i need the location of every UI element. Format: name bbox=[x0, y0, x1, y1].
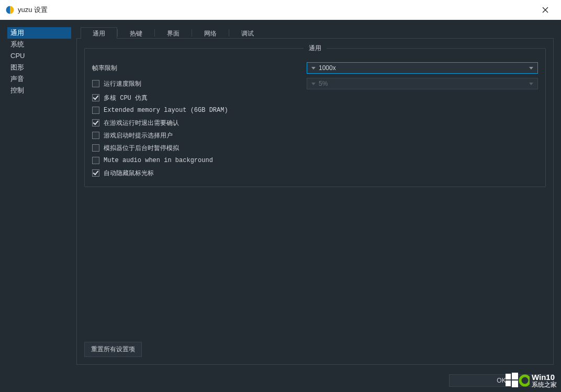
tab-general[interactable]: 通用 bbox=[81, 27, 117, 39]
label-fps-limit: 帧率限制 bbox=[92, 64, 307, 73]
dropdown-value: 1000x bbox=[319, 64, 533, 72]
chevron-down-icon bbox=[529, 67, 533, 70]
sidebar-item-label: CPU bbox=[10, 52, 25, 60]
svg-point-6 bbox=[520, 376, 530, 385]
group-general: 通用 帧率限制 1000x 运行速度限制 bbox=[84, 48, 546, 187]
tab-network[interactable]: 网络 bbox=[192, 27, 229, 39]
watermark-brand-top: Win10 bbox=[532, 373, 557, 382]
row-prompt-user: 游戏启动时提示选择用户 bbox=[92, 129, 538, 142]
close-icon bbox=[542, 7, 548, 13]
sidebar-item-general[interactable]: 通用 bbox=[7, 27, 71, 39]
row-speed-limit: 运行速度限制 5% bbox=[92, 76, 538, 91]
checkbox-label: 游戏启动时提示选择用户 bbox=[104, 131, 173, 140]
row-multicore: 多核 CPU 仿真 bbox=[92, 91, 538, 104]
checkbox-pause-background[interactable] bbox=[92, 144, 99, 152]
row-extended-memory: Extended memory layout (6GB DRAM) bbox=[92, 104, 538, 117]
titlebar: yuzu 设置 bbox=[0, 0, 561, 20]
checkbox-label: 自动隐藏鼠标光标 bbox=[104, 169, 154, 178]
watermark-brand-bottom: 系统之家 bbox=[532, 382, 557, 388]
footer: OK bbox=[0, 369, 561, 392]
chevron-down-icon bbox=[311, 67, 316, 70]
watermark-text: Win10 系统之家 bbox=[532, 373, 557, 388]
dropdown-value: 5% bbox=[319, 80, 533, 87]
chevron-down-icon bbox=[311, 83, 316, 85]
checkbox-speed-limit[interactable] bbox=[92, 80, 99, 87]
checkbox-label: Mute audio when in background bbox=[104, 157, 213, 164]
checkbox-multicore[interactable] bbox=[92, 94, 99, 101]
chevron-down-icon bbox=[529, 83, 533, 85]
checkbox-prompt-user[interactable] bbox=[92, 132, 99, 139]
tab-label: 通用 bbox=[93, 30, 105, 37]
row-pause-background: 模拟器位于后台时暂停模拟 bbox=[92, 142, 538, 154]
row-mute-background: Mute audio when in background bbox=[92, 154, 538, 167]
sidebar: 通用 系统 CPU 图形 声音 控制 bbox=[7, 27, 71, 365]
sidebar-item-system[interactable]: 系统 bbox=[7, 39, 71, 50]
svg-rect-5 bbox=[512, 381, 518, 387]
checkbox-hide-cursor[interactable] bbox=[92, 169, 99, 177]
sidebar-item-cpu[interactable]: CPU bbox=[7, 50, 71, 62]
sidebar-item-label: 通用 bbox=[10, 29, 24, 37]
tab-panel: 通用 帧率限制 1000x 运行速度限制 bbox=[76, 38, 554, 365]
sidebar-item-label: 系统 bbox=[10, 40, 24, 48]
checkbox-mute-background[interactable] bbox=[92, 157, 99, 164]
svg-rect-3 bbox=[512, 373, 518, 379]
svg-rect-4 bbox=[506, 381, 511, 386]
sidebar-item-controls[interactable]: 控制 bbox=[7, 85, 71, 96]
group-legend: 通用 bbox=[304, 44, 327, 53]
tab-debug[interactable]: 调试 bbox=[229, 27, 266, 39]
titlebar-left: yuzu 设置 bbox=[5, 5, 48, 15]
tab-label: 界面 bbox=[167, 30, 179, 37]
checkbox-label: 多核 CPU 仿真 bbox=[104, 94, 148, 102]
upper-layout: 通用 系统 CPU 图形 声音 控制 通用 热键 界面 网络 调试 bbox=[0, 20, 561, 369]
svg-rect-2 bbox=[506, 374, 511, 379]
tab-hotkeys[interactable]: 热键 bbox=[118, 27, 154, 39]
button-label: OK bbox=[497, 377, 506, 384]
dropdown-speed-limit: 5% bbox=[307, 78, 538, 89]
checkbox-label: 在游戏运行时退出需要确认 bbox=[104, 119, 179, 128]
row-confirm-exit: 在游戏运行时退出需要确认 bbox=[92, 117, 538, 129]
label-speed-limit-check: 运行速度限制 bbox=[92, 77, 307, 90]
checkbox-label: 运行速度限制 bbox=[104, 79, 141, 88]
watermark: Win10 系统之家 bbox=[506, 369, 561, 392]
tab-label: 热键 bbox=[130, 30, 142, 37]
checkbox-label: 模拟器位于后台时暂停模拟 bbox=[104, 144, 179, 153]
content: 通用 热键 界面 网络 调试 通用 帧率限制 1 bbox=[76, 27, 554, 365]
tab-label: 调试 bbox=[241, 30, 254, 37]
button-label: 重置所有设置项 bbox=[91, 345, 135, 353]
tab-label: 网络 bbox=[204, 30, 217, 37]
sidebar-item-audio[interactable]: 声音 bbox=[7, 73, 71, 85]
tabs: 通用 热键 界面 网络 调试 bbox=[76, 27, 554, 39]
yuzu-logo-icon bbox=[5, 5, 15, 15]
tab-ui[interactable]: 界面 bbox=[155, 27, 192, 39]
sidebar-item-label: 控制 bbox=[10, 86, 24, 94]
sidebar-item-label: 声音 bbox=[10, 75, 24, 83]
row-fps-limit: 帧率限制 1000x bbox=[92, 60, 538, 76]
win10-logo-icon bbox=[506, 373, 530, 388]
window-title: yuzu 设置 bbox=[18, 5, 48, 15]
checkbox-extended-memory[interactable] bbox=[92, 107, 99, 114]
row-hide-cursor: 自动隐藏鼠标光标 bbox=[92, 167, 538, 179]
dropdown-fps-limit[interactable]: 1000x bbox=[307, 62, 538, 74]
sidebar-item-label: 图形 bbox=[10, 63, 24, 71]
checkbox-label: Extended memory layout (6GB DRAM) bbox=[104, 107, 228, 114]
reset-all-button[interactable]: 重置所有设置项 bbox=[84, 342, 142, 357]
close-button[interactable] bbox=[535, 0, 556, 20]
sidebar-item-graphics[interactable]: 图形 bbox=[7, 62, 71, 73]
client-area: 通用 系统 CPU 图形 声音 控制 通用 热键 界面 网络 调试 bbox=[0, 20, 561, 392]
checkbox-confirm-exit[interactable] bbox=[92, 119, 99, 126]
